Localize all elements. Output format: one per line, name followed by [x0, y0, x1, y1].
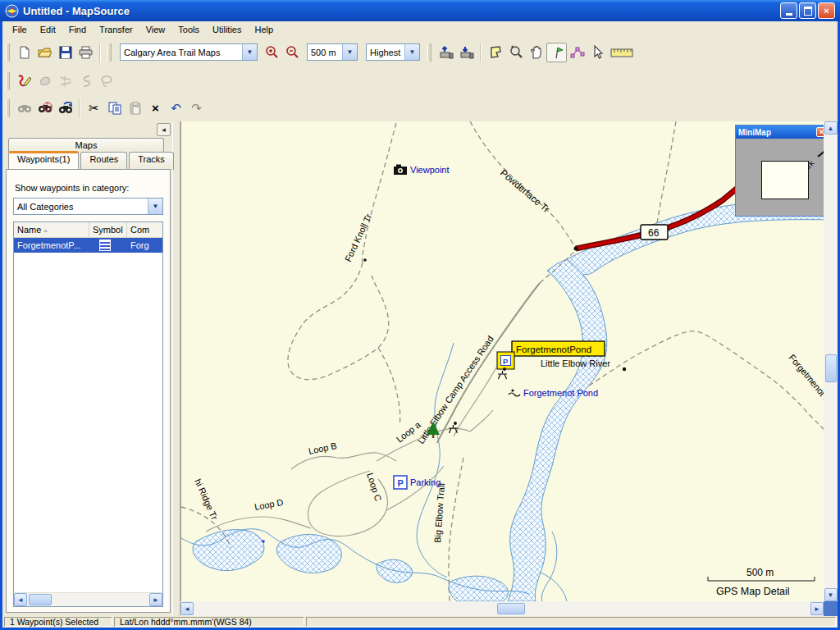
menu-bar: File Edit Find Transfer View Tools Utili… [2, 21, 838, 37]
detail-level-combobox[interactable]: Highest ▼ [366, 43, 420, 61]
find-edit-toolbar: ✂ × ↶ ↷ [2, 94, 838, 122]
menu-help[interactable]: Help [248, 23, 280, 36]
tab-waypoints[interactable]: Waypoints(1) [8, 151, 79, 169]
scale-distance: 500 m [746, 567, 774, 578]
lasso-tool-button[interactable] [96, 71, 116, 91]
find-nearest-button[interactable] [34, 98, 55, 118]
restore-button[interactable] [799, 2, 816, 19]
pond-label: Forgetmenot Pond [523, 388, 598, 398]
column-header-comment[interactable]: Com [127, 222, 162, 237]
edit-waypoint-button[interactable] [14, 71, 34, 91]
zoom-tool-button[interactable] [505, 43, 526, 62]
toolbar-grip[interactable] [427, 43, 431, 62]
save-button[interactable] [55, 43, 75, 62]
map-tool-button[interactable] [485, 43, 505, 62]
parking-label: Parking [410, 477, 441, 487]
toolbar-grip[interactable] [6, 72, 10, 90]
scroll-thumb[interactable] [497, 603, 525, 614]
measure-tool-button[interactable] [608, 43, 636, 62]
find-next-button[interactable] [55, 98, 75, 118]
zoom-out-button[interactable] [282, 43, 303, 62]
collapse-panel-button[interactable]: ◄ [157, 123, 171, 136]
tab-maps[interactable]: Maps [8, 138, 164, 152]
map-vscrollbar[interactable]: ▲ ▼ [824, 121, 838, 601]
scroll-left-icon[interactable]: ◄ [14, 593, 27, 606]
menu-utilities[interactable]: Utilities [206, 23, 248, 36]
toolbar-grip[interactable] [6, 99, 10, 117]
content-area: ◄ Maps Waypoints(1) Routes Tracks Show w… [2, 121, 838, 616]
parking-icon[interactable]: P [394, 476, 407, 489]
map-scale-combobox[interactable]: 500 m ▼ [307, 43, 358, 61]
tab-tracks[interactable]: Tracks [129, 152, 174, 170]
waypoint-list-hscrollbar[interactable]: ◄ ► [14, 592, 162, 606]
minimap-body[interactable]: Quirk [736, 139, 824, 216]
viewpoint-label: Viewpoint [410, 165, 450, 175]
map-product-combobox[interactable]: Calgary Area Trail Maps ▼ [120, 43, 258, 61]
viewpoint-icon[interactable] [394, 165, 407, 176]
loop-d-label: Loop D [253, 497, 284, 512]
scroll-right-icon[interactable]: ► [149, 593, 162, 606]
find-button[interactable] [14, 98, 34, 118]
paste-button[interactable] [125, 98, 145, 118]
tab-routes[interactable]: Routes [80, 152, 127, 170]
receive-from-device-button[interactable] [456, 43, 477, 62]
data-sidebar: ◄ Maps Waypoints(1) Routes Tracks Show w… [2, 121, 172, 616]
send-to-device-button[interactable] [436, 43, 456, 62]
minimap-titlebar[interactable]: MiniMap × [736, 126, 824, 139]
route-tool-button[interactable] [567, 43, 587, 62]
redo-button[interactable]: ↷ [186, 98, 207, 118]
new-file-button[interactable] [14, 43, 34, 62]
scroll-thumb[interactable] [29, 594, 52, 605]
status-position-format: Lat/Lon hddd°mm.mmm'(WGS 84) [114, 617, 304, 627]
menu-edit[interactable]: Edit [34, 23, 62, 36]
minimap-viewport-rect[interactable] [761, 161, 809, 199]
category-combobox[interactable]: All Categories ▼ [13, 198, 163, 215]
selection-tool-button[interactable] [587, 43, 608, 62]
chevron-down-icon[interactable]: ▼ [148, 199, 162, 214]
chevron-down-icon[interactable]: ▼ [242, 44, 257, 60]
chevron-down-icon[interactable]: ▼ [404, 44, 419, 60]
menu-find[interactable]: Find [62, 23, 93, 36]
scroll-left-icon[interactable]: ◄ [180, 602, 194, 615]
map-area: 66 Viewpoint Powderface [180, 121, 838, 616]
scroll-down-icon[interactable]: ▼ [824, 588, 838, 601]
copy-button[interactable] [104, 98, 125, 118]
menu-transfer[interactable]: Transfer [93, 23, 139, 36]
toolbar-grip[interactable] [107, 43, 112, 62]
scroll-right-icon[interactable]: ► [810, 602, 824, 615]
menu-tools[interactable]: Tools [171, 23, 206, 36]
cut-button[interactable]: ✂ [84, 98, 104, 118]
chevron-down-icon[interactable]: ▼ [342, 44, 357, 60]
column-header-name[interactable]: Name ▵ [14, 222, 89, 237]
map-canvas[interactable]: 66 Viewpoint Powderface [180, 121, 824, 601]
status-empty [306, 617, 836, 627]
highway-shield-label: 66 [648, 227, 660, 239]
erase-tool-button[interactable] [34, 71, 55, 91]
category-filter-label: Show waypoints in category: [15, 183, 163, 193]
minimap-close-icon[interactable]: × [816, 127, 824, 137]
pan-hand-tool-button[interactable] [526, 43, 546, 62]
waypoint-row-selected[interactable]: ForgetmenotP... Forg [14, 238, 162, 253]
column-header-symbol[interactable]: Symbol [89, 222, 127, 237]
menu-view[interactable]: View [139, 23, 172, 36]
undo-button[interactable]: ↶ [166, 98, 186, 118]
close-button[interactable]: × [818, 2, 835, 19]
panel-splitter[interactable] [172, 121, 180, 616]
sort-indicator-icon: ▵ [43, 226, 47, 234]
trim-tool-button[interactable] [55, 71, 75, 91]
print-button[interactable] [75, 43, 96, 62]
delete-button[interactable]: × [145, 98, 166, 118]
open-file-button[interactable] [34, 43, 55, 62]
map-hscrollbar[interactable]: ◄ ► [180, 601, 824, 616]
scroll-up-icon[interactable]: ▲ [824, 121, 838, 135]
zoom-in-button[interactable] [262, 43, 282, 62]
waypoint-tool-button[interactable] [546, 43, 567, 62]
toolbar-grip[interactable] [6, 43, 10, 62]
minimize-button[interactable] [780, 2, 797, 19]
curve-tool-button[interactable] [75, 71, 96, 91]
minimap-panel[interactable]: MiniMap × Quirk [735, 125, 824, 217]
title-bar: Untitled - MapSource × [0, 0, 840, 21]
scroll-thumb[interactable] [825, 354, 837, 382]
forgetmenot-ridge-label: Forgetmenot Ri [787, 353, 824, 407]
menu-file[interactable]: File [6, 23, 34, 36]
